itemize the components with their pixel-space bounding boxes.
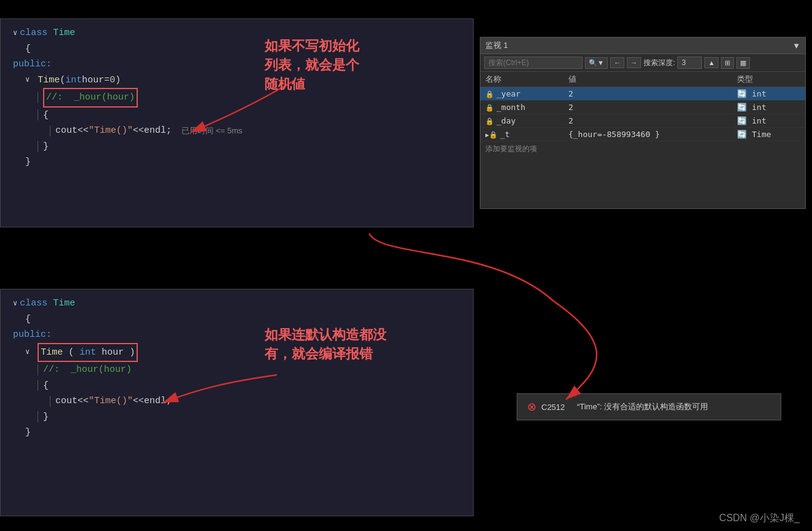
watch-search-bar: 🔍▼ ← → 搜索深度: ▲ ⊞ ▦ [480, 54, 805, 72]
code-line-6: { [13, 108, 467, 124]
top-code-panel: ∨ class Time { public: ∨ Time ( int hour… [0, 18, 474, 227]
watch-icon-btn-1[interactable]: ⊞ [721, 57, 734, 69]
bottom-code-line-4: ∨ Time ( int hour ) [13, 343, 467, 363]
watch-forward-button[interactable]: → [627, 57, 641, 68]
timing-comment: 已用时间 <= 5ms [181, 124, 242, 138]
keyword-public: public: [13, 57, 52, 73]
annotation-top: 如果不写初始化 列表，就会是个 随机値 [265, 37, 359, 93]
class-name: Time [53, 25, 75, 41]
bottom-code-line-3: public: [13, 327, 467, 343]
bottom-code-line-1: ∨ class Time [13, 296, 467, 312]
watch-add-item[interactable]: 添加要监视的项 [480, 141, 805, 157]
watch-title-bar: 监视 1 ▼ [480, 37, 805, 54]
code-line-7: cout << "Time()" << endl ; 已用时间 <= 5ms [13, 123, 467, 139]
bottom-ctor-highlight: Time ( int hour ) [38, 343, 138, 363]
watch-icon-btn-2[interactable]: ▦ [736, 57, 750, 69]
bottom-code-line-2: { [13, 312, 467, 328]
watermark: CSDN @小染J棵_ [719, 512, 800, 525]
collapse-icon[interactable]: ∨ [13, 27, 17, 39]
watch-back-button[interactable]: ← [610, 57, 624, 68]
error-code: C2512 [541, 403, 565, 412]
search-depth-label: 搜索深度: [643, 58, 675, 68]
watch-depth-up[interactable]: ▲ [704, 57, 718, 68]
error-icon: ⊗ [527, 400, 536, 414]
init-list-highlight: //: _hour(hour) [43, 88, 138, 108]
watch-row-t[interactable]: ▶🔒_t {_hour=-858993460 } 🔄 Time [480, 128, 805, 141]
watch-panel: 监视 1 ▼ 🔍▼ ← → 搜索深度: ▲ ⊞ ▦ 名称 値 类型 🔒_year… [480, 37, 806, 209]
bottom-collapse-icon[interactable]: ∨ [13, 297, 17, 310]
bottom-code-line-7: cout << "Time()" << endl ; [13, 393, 467, 409]
bottom-code-panel: ∨ class Time { public: ∨ Time ( int hour… [0, 289, 474, 516]
collapse-icon-2[interactable]: ∨ [25, 74, 30, 86]
brace-open: { [25, 41, 31, 57]
error-box: ⊗ C2512 “Time”: 没有合适的默认构造函数可用 [517, 393, 781, 420]
error-message: “Time”: 没有合适的默认构造函数可用 [577, 401, 708, 412]
code-line-8: } [13, 139, 467, 155]
col-name: 名称 [480, 72, 563, 87]
annotation-bottom: 如果连默认构造都没 有，就会编译报错 [265, 326, 386, 364]
watch-table: 名称 値 类型 🔒_year 2 🔄 int 🔒_month 2 🔄 int 🔒… [480, 72, 805, 141]
watch-dropdown-icon[interactable]: ▼ [792, 41, 800, 50]
watch-row-year[interactable]: 🔒_year 2 🔄 int [480, 87, 805, 101]
bottom-code-line-6: { [13, 378, 467, 394]
code-line-2: { [13, 41, 467, 57]
watch-search-input[interactable] [484, 57, 583, 69]
col-value: 値 [563, 72, 733, 87]
code-line-9: } [13, 154, 467, 170]
watch-search-button[interactable]: 🔍▼ [585, 57, 608, 69]
bottom-code-line-9: } [13, 425, 467, 441]
watch-row-day[interactable]: 🔒_day 2 🔄 int [480, 114, 805, 128]
keyword-class: class [20, 25, 47, 41]
search-depth-input[interactable] [677, 57, 702, 69]
watch-title: 监视 1 [485, 40, 508, 51]
constructor-name: Time [38, 73, 60, 88]
watch-row-month[interactable]: 🔒_month 2 🔄 int [480, 101, 805, 114]
code-line-5: //: _hour(hour) [13, 88, 467, 108]
bottom-code-line-8: } [13, 409, 467, 425]
code-line-3: public: [13, 57, 467, 73]
code-line-1: ∨ class Time [13, 25, 467, 41]
code-line-4: ∨ Time ( int hour = 0 ) [13, 73, 467, 88]
bottom-code-line-5: //: _hour(hour) [13, 362, 467, 378]
col-type: 类型 [732, 72, 805, 87]
